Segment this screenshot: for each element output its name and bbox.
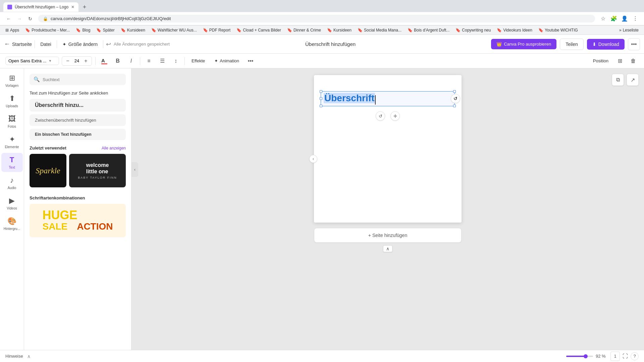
export-element-button[interactable]: ↗ (627, 74, 639, 86)
text-element-content[interactable]: Überschrift (321, 92, 454, 106)
zoom-slider-fill (566, 356, 585, 357)
bookmark-kursideen[interactable]: 🔖Kursideen (119, 27, 147, 33)
bookmark-bois[interactable]: 🔖Bois d'Argent Duft... (406, 27, 451, 33)
spacing-button[interactable]: ↕ (170, 56, 181, 66)
zoom-slider-container[interactable] (566, 356, 593, 357)
add-page-button[interactable]: + Seite hinzufügen (314, 228, 462, 243)
sidebar-item-fotos[interactable]: 🖼 Fotos (1, 112, 23, 131)
animation-button[interactable]: ✦ Animation (211, 57, 243, 65)
copy-element-button[interactable]: ⧉ (612, 74, 624, 86)
handle-bl[interactable] (320, 105, 322, 107)
tab-close-btn[interactable]: ✕ (71, 5, 74, 9)
fullscreen-button[interactable]: ⛶ (623, 353, 628, 359)
extensions-btn[interactable]: 🧩 (609, 14, 619, 23)
font-size-decrease-button[interactable]: − (64, 57, 71, 65)
zoom-controls: 92 % 1 ⛶ ? (566, 352, 639, 361)
handle-tr[interactable] (453, 90, 456, 93)
design-page[interactable]: Überschrift ↺ ↺ ✛ (314, 75, 462, 223)
saved-status: Alle Änderungen gespeichert (114, 42, 170, 47)
browser-tab[interactable]: Überschrift hinzufügen – Logo ✕ (3, 2, 78, 12)
position-button[interactable]: Position (590, 57, 612, 65)
text-add-section: Text zum Hinzufügen zur Seite anklicken … (30, 90, 126, 140)
bookmark-kursideen2[interactable]: 🔖Kursideen (325, 27, 354, 33)
handle-ml[interactable] (320, 97, 322, 100)
zoom-knob[interactable] (584, 354, 588, 358)
uploads-icon: ⬆ (9, 94, 15, 103)
nav-refresh-button[interactable]: ↻ (25, 14, 35, 23)
bookmark-cload[interactable]: 🔖Cload + Canva Bilder (234, 27, 283, 33)
add-heading-button[interactable]: Überschrift hinzu... (30, 99, 126, 112)
bookmark-blog[interactable]: 🔖Blog (74, 27, 92, 33)
bookmark-more[interactable]: »Leseliste (617, 27, 641, 33)
browser-menu-btn[interactable]: ⋮ (631, 14, 640, 23)
zoom-slider[interactable] (566, 356, 593, 357)
audio-label: Audio (8, 186, 16, 190)
sidebar-item-audio[interactable]: ♪ Audio (1, 173, 23, 192)
effects-button[interactable]: Effekte (188, 57, 208, 65)
url-bar[interactable]: 🔒 canva.com/design/DAEdomzscjl/drBfjHdCo… (38, 15, 595, 22)
bookmark-social[interactable]: 🔖Social Media Mana... (356, 27, 404, 33)
italic-button[interactable]: I (126, 56, 137, 66)
profile-btn[interactable]: 👤 (620, 14, 629, 23)
canva-pro-button[interactable]: 👑 Canva Pro ausprobieren (491, 39, 556, 49)
nav-back-button[interactable]: ← (4, 14, 13, 23)
bookmark-produktsuche[interactable]: 🔖Produktsuche - Mer... (23, 27, 72, 33)
nav-forward-button[interactable]: → (15, 14, 24, 23)
combos-title: Schriftartenkombinationen (30, 195, 85, 200)
add-body-button[interactable]: Ein bisschen Text hinzufügen (30, 129, 126, 140)
align-left-button[interactable]: ≡ (144, 56, 154, 66)
home-button[interactable]: ← Startseite (4, 41, 32, 48)
hint-bar: Hinweise ∧ 92 % 1 ⛶ ? (0, 350, 644, 362)
element-move-btn[interactable]: ✛ (390, 111, 400, 121)
undo-button[interactable]: ↩ (106, 41, 111, 48)
help-button[interactable]: ? (631, 352, 639, 360)
resize-button[interactable]: ✦ Größe ändern (60, 40, 100, 48)
download-button[interactable]: ⬇ Download (587, 39, 625, 50)
canvas-scroll-down-button[interactable]: ∧ (383, 245, 392, 252)
handle-tl[interactable] (320, 90, 322, 93)
new-tab-button[interactable]: + (80, 2, 89, 12)
sidebar-item-videos[interactable]: ▶ Videos (1, 194, 23, 213)
sidebar-item-text[interactable]: T Text (1, 153, 23, 172)
sidebar-item-hintergrund[interactable]: 🎨 Hintergru... (1, 214, 23, 233)
file-menu-button[interactable]: Datei (38, 40, 54, 48)
recently-item-welcome[interactable]: welcomelittle one BABY TAYLOR FINN (69, 154, 126, 187)
panel-collapse-button[interactable]: ‹ (131, 162, 138, 177)
bookmark-pdf[interactable]: 🔖PDF Report (201, 27, 232, 33)
add-subheading-button[interactable]: Zwischenüberschrift hinzufügen (30, 114, 126, 126)
toolbar-divider2 (57, 40, 57, 48)
search-input[interactable] (43, 77, 122, 82)
hint-chevron-icon[interactable]: ∧ (27, 354, 31, 359)
combo-item-huge-sale[interactable]: HUGE SALE ACTION (30, 204, 126, 237)
element-rotate-btn[interactable]: ↺ (376, 111, 385, 121)
more-options-button[interactable]: ••• (628, 38, 640, 50)
bookmark-btn[interactable]: ☆ (598, 14, 608, 23)
font-size-increase-button[interactable]: + (82, 57, 90, 65)
sale-text: SALE (42, 222, 67, 231)
sidebar-item-vorlagen[interactable]: ⊞ Vorlagen (1, 71, 23, 90)
more-format-button[interactable]: ••• (245, 56, 256, 66)
delete-button[interactable]: 🗑 (628, 56, 639, 66)
sidebar-item-uploads[interactable]: ⬆ Uploads (1, 92, 23, 111)
search-bar[interactable]: 🔍 (30, 74, 126, 85)
recently-item-sparkle[interactable]: Sparkle (30, 154, 66, 187)
font-selector[interactable]: Open Sans Extra ... ▼ (5, 57, 59, 65)
share-button[interactable]: Teilen (560, 39, 584, 50)
bookmark-spaeter[interactable]: 🔖Später (94, 27, 116, 33)
bookmark-apps[interactable]: ⊞Apps (3, 27, 21, 33)
bookmark-videokurs[interactable]: 🔖Videokurs Ideen (495, 27, 534, 33)
grid-button[interactable]: ⊞ (614, 56, 625, 66)
text-color-button[interactable]: A (99, 56, 110, 66)
list-button[interactable]: ☰ (157, 56, 168, 66)
bookmark-youtube[interactable]: 🔖Youtube WICHTIG (536, 27, 580, 33)
bookmark-copywriting[interactable]: 🔖Copywriting neu (453, 27, 493, 33)
font-size-value[interactable]: 24 (73, 58, 81, 63)
rotate-handle[interactable]: ↺ (451, 94, 460, 103)
bold-button[interactable]: B (112, 56, 123, 66)
see-all-button[interactable]: Alle anzeigen (102, 146, 126, 150)
bookmark-wahlfacher[interactable]: 🔖Wahlfächer WU Aus... (149, 27, 199, 33)
bookmark-dinner[interactable]: 🔖Dinner & Crime (285, 27, 323, 33)
canvas-collapse-button[interactable]: ‹ (309, 155, 317, 163)
handle-br[interactable] (453, 105, 456, 107)
sidebar-item-elemente[interactable]: ✦ Elemente (1, 132, 23, 152)
